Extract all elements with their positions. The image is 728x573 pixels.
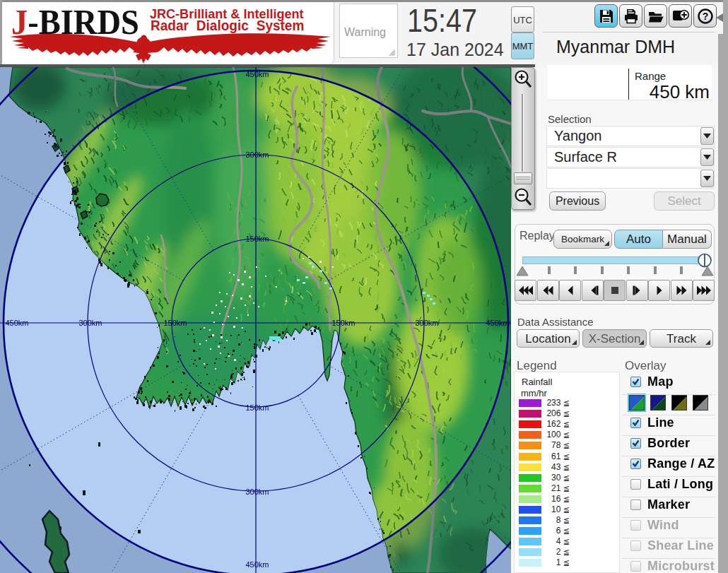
svg-text:450km: 450km xyxy=(5,319,28,327)
svg-text:300km: 300km xyxy=(245,150,269,159)
svg-text:150km: 150km xyxy=(163,319,187,327)
svg-text:300km: 300km xyxy=(415,319,438,327)
svg-text:?: ? xyxy=(702,11,708,22)
svg-text:450km: 450km xyxy=(245,70,269,78)
svg-text:300km: 300km xyxy=(245,488,269,496)
svg-text:300km: 300km xyxy=(78,319,102,327)
svg-text:150km: 150km xyxy=(245,403,269,412)
svg-text:150km: 150km xyxy=(245,235,269,243)
svg-text:450km: 450km xyxy=(486,319,509,327)
svg-text:450km: 450km xyxy=(245,560,269,569)
svg-text:150km: 150km xyxy=(331,319,355,327)
